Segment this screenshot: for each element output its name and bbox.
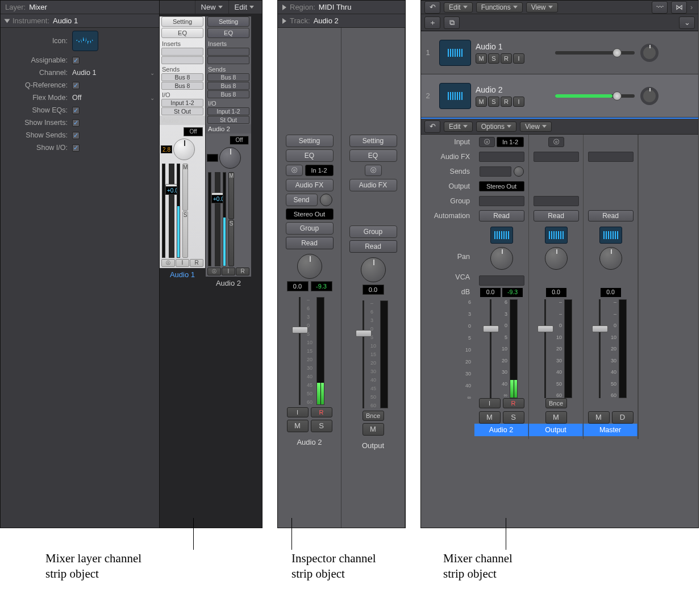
ms-tiny-btn[interactable]: ⦾ — [207, 268, 221, 275]
region-header[interactable]: Region: MIDI Thru — [278, 1, 405, 14]
ms-tiny-btn[interactable]: I — [222, 268, 235, 275]
checkbox[interactable] — [72, 82, 80, 89]
input-monitor-button[interactable]: I — [479, 398, 501, 408]
track-icon[interactable] — [72, 31, 98, 51]
channel-name[interactable]: Master — [584, 424, 638, 436]
link-icon[interactable]: ↶ — [424, 120, 440, 133]
stereo-icon[interactable]: ⦾ — [365, 165, 382, 176]
send-slot[interactable]: Bus 8 — [207, 90, 249, 98]
stereo-icon[interactable]: ⦾ — [548, 137, 564, 147]
pan-knob[interactable] — [219, 147, 241, 169]
insert-slot[interactable] — [161, 56, 203, 64]
output-value[interactable]: Stereo Out — [479, 181, 524, 191]
track-r-button[interactable]: R — [501, 53, 512, 64]
audiofx-button[interactable]: Audio FX — [349, 179, 397, 191]
flex-icon[interactable]: ⋈ — [671, 1, 687, 14]
edit-menu[interactable]: Edit — [444, 2, 473, 12]
vca-slot[interactable] — [479, 275, 524, 286]
stereo-icon[interactable]: ⦾ — [479, 137, 495, 147]
input-slot[interactable]: Input 1-2 — [207, 107, 249, 115]
layer-header[interactable]: Layer: Mixer — [1, 1, 159, 14]
ms-btn[interactable]: S — [182, 211, 188, 258]
channel-name[interactable]: Output — [529, 424, 583, 436]
group-slot[interactable] — [479, 196, 524, 206]
ms-tiny-btn[interactable]: ⦾ — [161, 259, 175, 267]
inspector-channel-strip[interactable]: SettingEQ⦾Audio FXGroupRead0.0 –63051015… — [341, 28, 405, 528]
checkbox[interactable] — [72, 107, 80, 114]
ms-btn[interactable]: M — [182, 164, 188, 211]
pan-knob[interactable] — [640, 44, 659, 62]
instrument-header[interactable]: Instrument: Audio 1 — [1, 14, 159, 28]
strip-name[interactable]: Audio 2 — [206, 277, 251, 290]
channel-icon[interactable] — [599, 227, 622, 244]
checkbox[interactable] — [72, 144, 80, 152]
track-i-button[interactable]: I — [513, 53, 524, 64]
strip-name[interactable]: Audio 1 — [160, 268, 205, 281]
add-track-icon[interactable]: ＋ — [424, 16, 440, 29]
fader[interactable] — [544, 299, 546, 398]
checkbox[interactable] — [72, 57, 80, 64]
fader[interactable] — [599, 299, 601, 398]
fader[interactable] — [299, 297, 301, 405]
record-enable-button[interactable]: R — [503, 398, 524, 408]
setting-button[interactable]: Setting — [349, 135, 397, 147]
eq-button[interactable]: EQ — [349, 149, 397, 162]
inspector-channel-strip[interactable]: SettingEQ⦾In 1-2Audio FXSendStereo OutGr… — [278, 28, 341, 528]
channel-icon[interactable] — [490, 227, 513, 244]
setting-button[interactable]: Setting — [286, 135, 334, 147]
read-button[interactable]: Read — [479, 210, 524, 221]
insert-slot[interactable] — [207, 48, 249, 56]
stereo-icon[interactable]: ⦾ — [286, 165, 303, 176]
send-slot[interactable] — [480, 166, 511, 177]
mute-button[interactable]: M — [479, 411, 501, 424]
send-slot[interactable]: Bus 8 — [207, 82, 249, 90]
solo-button[interactable]: S — [311, 420, 332, 432]
bounce-button[interactable]: Bnce — [363, 411, 384, 421]
track-name[interactable]: Audio 2 — [476, 85, 549, 94]
send-slot[interactable]: Bus 8 — [161, 73, 203, 81]
track-row[interactable]: 1 Audio 1 MSRI — [421, 31, 698, 74]
record-enable-button[interactable]: R — [311, 407, 332, 417]
send-slot[interactable]: Bus 8 — [161, 82, 203, 90]
audiofx-slot[interactable] — [588, 152, 634, 162]
input-slot[interactable]: Input 1-2 — [161, 99, 203, 107]
property-value[interactable]: Off — [72, 94, 81, 102]
view-menu[interactable]: View — [526, 2, 558, 12]
insert-slot[interactable] — [161, 48, 203, 56]
output-slot[interactable]: St Out — [161, 107, 203, 115]
audiofx-slot[interactable] — [479, 152, 524, 162]
pan-knob[interactable] — [640, 87, 659, 105]
mixer-edit-menu[interactable]: Edit — [444, 122, 473, 132]
catch-icon[interactable]: ⌄ — [679, 16, 695, 29]
functions-menu[interactable]: Functions — [476, 2, 523, 12]
fader[interactable]: +0.0 — [169, 164, 174, 258]
input-value[interactable]: In 1-2 — [497, 137, 524, 147]
output-slot[interactable]: St Out — [207, 116, 249, 124]
track-s-button[interactable]: S — [488, 97, 499, 107]
track-m-button[interactable]: M — [476, 97, 487, 107]
mixer-channel-strip[interactable]: ⦾Read0.0 ––0102030405060 BnceMOutput — [529, 135, 584, 439]
mixer-view-menu[interactable]: View — [520, 122, 552, 132]
ms-tiny-btn[interactable]: I — [176, 259, 189, 267]
read-button[interactable]: Read — [534, 210, 579, 221]
channel-name[interactable]: Audio 2 — [474, 424, 528, 436]
pan-knob[interactable] — [545, 247, 568, 270]
send-slot[interactable]: Bus 8 — [207, 73, 249, 81]
group-slot[interactable] — [534, 196, 579, 206]
send-knob[interactable] — [514, 166, 524, 177]
track-s-button[interactable]: S — [488, 53, 499, 64]
automation-mode[interactable]: Off — [184, 127, 203, 136]
fader[interactable]: +0.0 — [215, 172, 220, 266]
volume-slider[interactable] — [555, 94, 635, 98]
pan-knob[interactable] — [361, 257, 386, 282]
mini-btn[interactable]: EQ — [161, 28, 203, 38]
group-button[interactable]: Group — [349, 225, 397, 238]
read-button[interactable]: Read — [286, 237, 334, 249]
channel-name[interactable]: Output — [341, 438, 405, 453]
output-value[interactable]: Stereo Out — [286, 208, 334, 220]
group-button[interactable]: Group — [286, 222, 334, 235]
track-icon[interactable] — [439, 40, 471, 66]
pan-knob[interactable] — [599, 247, 622, 270]
track-row[interactable]: 2 Audio 2 MSRI — [421, 74, 698, 118]
insert-slot[interactable] — [207, 56, 249, 64]
